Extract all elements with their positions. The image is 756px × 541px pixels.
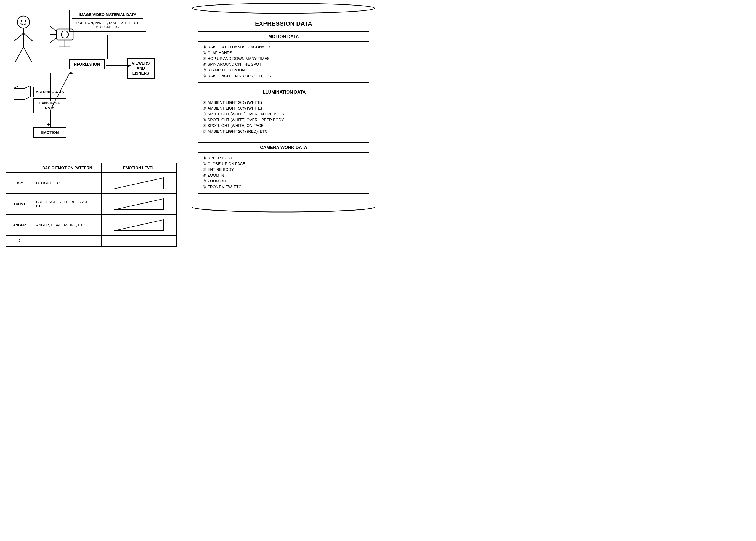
svg-marker-28 [114,178,164,189]
joy-description: DELIGHT ETC. [33,173,101,194]
camera-work-data-section: CAMERA WORK DATA ① UPPER BODY ② CLOSE-UP… [198,143,369,194]
cylinder-bottom-svg [191,202,376,213]
camera-item-4: ④ ZOOM IN [202,173,365,178]
material-data-subtitle: POSITION, ANGLE, DISPLAY EFFECT, MOTION,… [72,21,143,29]
table-row: ANGER ANGER, DISPLEASURE, ETC. [6,215,177,236]
right-panel: EXPRESSION DATA MOTION DATA ① RAISE BOTH… [192,3,375,208]
svg-point-31 [192,3,375,13]
svg-point-2 [25,20,26,22]
svg-point-0 [17,16,30,28]
cylinder-top-svg [192,3,375,14]
motion-data-body: ① RAISE BOTH HANDS DIAGONALLY ② CLAP HAN… [198,42,369,82]
illum-item-2: ② AMBIENT LIGHT 50% (WHITE) [202,106,365,110]
motion-data-header: MOTION DATA [198,32,369,42]
material-data-box: IMAGE/VIDEO MATERIAL DATA POSITION, ANGL… [69,10,146,32]
emotion-joy: JOY [6,173,33,194]
cylinder-wrapper: EXPRESSION DATA MOTION DATA ① RAISE BOTH… [192,3,375,208]
table-header-level: EMOTION LEVEL [101,163,177,173]
svg-line-4 [14,33,23,41]
illumination-data-section: ILLUMINATION DATA ① AMBIENT LIGHT 20% (W… [198,87,369,138]
svg-line-10 [50,26,57,31]
svg-marker-24 [70,72,74,75]
emotion-box: EMOTION [33,127,66,138]
motion-item-1: ① RAISE BOTH HANDS DIAGONALLY [202,45,365,49]
trust-level [101,194,177,215]
language-data-label: LANGUAGE DATA [33,98,66,113]
ellipsis-emotion: ⋮ [6,236,33,247]
table-header-emotion [6,163,33,173]
svg-point-9 [61,31,69,38]
svg-marker-30 [114,220,164,231]
camera-work-body: ① UPPER BODY ② CLOSE-UP ON FACE ③ ENTIRE… [198,153,369,193]
illum-item-6: ⑥ AMBIENT LIGHT 20% (RED), ETC. [202,129,365,134]
table-row-ellipsis: ⋮ ⋮ ⋮ [6,236,177,247]
material-data-label: MATERIAL DATA [33,87,66,97]
material-data-title: IMAGE/VIDEO MATERIAL DATA [72,12,143,19]
stick-figure [8,14,41,69]
box-object [8,86,36,110]
emotion-trust: TRUST [6,194,33,215]
expression-data-title: EXPRESSION DATA [198,20,369,27]
svg-marker-17 [25,86,30,99]
svg-point-1 [21,20,22,22]
camera-item-6: ⑥ FRONT VIEW, ETC. [202,185,365,189]
svg-line-5 [23,33,33,41]
illumination-data-header: ILLUMINATION DATA [198,88,369,97]
table-row: TRUST CREDENCE, FAITH, RELIANCE, ETC. [6,194,177,215]
illum-item-3: ③ SPOTLIGHT (WHITE) OVER ENTIRE BODY [202,112,365,116]
emotion-anger: ANGER [6,215,33,236]
svg-line-7 [23,47,32,62]
motion-item-6: ⑥ RAISE RIGHT HAND UPRIGHT,ETC. [202,74,365,78]
camera-work-header: CAMERA WORK DATA [198,143,369,153]
illum-item-5: ⑤ SPOTLIGHT (WHITE) ON FACE [202,123,365,128]
viewers-label: VIEWERS AND LISNERS [132,61,150,75]
svg-rect-33 [191,202,376,207]
motion-data-section: MOTION DATA ① RAISE BOTH HANDS DIAGONALL… [198,31,369,83]
camera-item-3: ③ ENTIRE BODY [202,167,365,172]
motion-item-4: ④ SPIN AROUND ON THE SPOT [202,62,365,67]
cylinder-body: EXPRESSION DATA MOTION DATA ① RAISE BOTH… [192,15,375,208]
illum-item-1: ① AMBIENT LIGHT 20% (WHITE) [202,100,365,105]
anger-description: ANGER, DISPLEASURE, ETC. [33,215,101,236]
joy-level [101,173,177,194]
camera-item-1: ① UPPER BODY [202,156,365,160]
illumination-data-body: ① AMBIENT LIGHT 20% (WHITE) ② AMBIENT LI… [198,97,369,138]
ellipsis-level: ⋮ [101,236,177,247]
camera-item-5: ⑤ ZOOM OUT [202,179,365,183]
table-row: JOY DELIGHT ETC. [6,173,177,194]
svg-line-12 [50,38,57,43]
trust-description: CREDENCE, FAITH, RELIANCE, ETC. [33,194,101,215]
motion-item-5: ⑤ STAMP THE GROUND [202,68,365,72]
motion-item-3: ③ HOP UP AND DOWN MANY TIMES [202,56,365,61]
table-header-pattern: BASIC EMOTION PATTERN [33,163,101,173]
motion-item-2: ② CLAP HANDS [202,51,365,55]
camera-item-2: ② CLOSE-UP ON FACE [202,162,365,166]
info-box-label: NFORMATION [74,62,100,67]
illum-item-4: ④ SPOTLIGHT (WHITE) OVER UPPER BODY [202,118,365,122]
info-box: NFORMATION [69,59,105,69]
emotion-label: EMOTION [41,130,59,135]
data-box-group: MATERIAL DATA LANGUAGE DATA [33,87,66,114]
svg-line-6 [15,47,23,62]
emotion-table: BASIC EMOTION PATTERN EMOTION LEVEL JOY … [6,163,177,247]
anger-level [101,215,177,236]
svg-marker-29 [114,199,164,210]
viewers-box: VIEWERS AND LISNERS [127,58,155,79]
ellipsis-pattern: ⋮ [33,236,101,247]
svg-marker-15 [14,88,25,99]
